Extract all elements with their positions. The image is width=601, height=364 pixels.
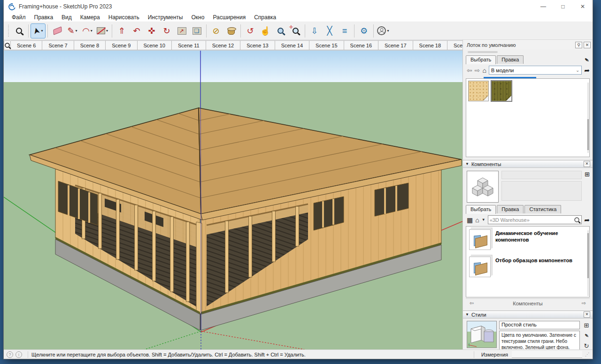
menu-item[interactable]: Вид bbox=[57, 14, 76, 21]
zoom-window-button[interactable] bbox=[12, 24, 26, 38]
materials-list[interactable] bbox=[466, 78, 590, 157]
component-item[interactable]: Динамическое обучение компонентов bbox=[469, 229, 586, 250]
components-header[interactable]: ▼ Компоненты ✕ bbox=[463, 160, 593, 168]
scale-button[interactable]: ↗ bbox=[175, 24, 189, 38]
eyedropper-icon[interactable]: ✒ bbox=[582, 55, 591, 65]
measurements-input[interactable] bbox=[512, 351, 582, 358]
scene-tab[interactable]: Scene 10 bbox=[138, 40, 172, 50]
footer-back-icon[interactable]: ⇦ bbox=[470, 300, 474, 306]
scrollbar-thumb[interactable] bbox=[587, 119, 589, 150]
components-secondary-pane-icon[interactable]: ➦ bbox=[584, 216, 590, 224]
components-tab-statistics[interactable]: Статистика bbox=[524, 205, 561, 213]
eraser-button[interactable] bbox=[50, 24, 64, 38]
scene-tab[interactable]: Scene 9 bbox=[106, 40, 137, 50]
scene-search-button[interactable] bbox=[4, 40, 11, 50]
scene-tab[interactable]: Scene 7 bbox=[42, 40, 74, 50]
tray-close-button[interactable]: ✕ bbox=[584, 42, 591, 48]
components-search-input[interactable] bbox=[490, 217, 574, 223]
zoom-extents-button[interactable] bbox=[288, 24, 302, 38]
shapes-button[interactable]: ▾ bbox=[95, 24, 109, 38]
menu-item[interactable]: Расширения bbox=[208, 14, 250, 21]
materials-scrollbar[interactable] bbox=[587, 83, 589, 153]
style-thumbnail[interactable] bbox=[467, 321, 497, 348]
menu-item[interactable]: Нарисовать bbox=[104, 14, 144, 21]
material-wood-light[interactable] bbox=[468, 81, 489, 101]
arc-button[interactable]: ◠▾ bbox=[80, 24, 94, 38]
scene-tab[interactable]: Scene 14 bbox=[275, 40, 309, 50]
paint-bucket-button[interactable] bbox=[224, 24, 238, 38]
tray-pin-button[interactable]: ⚲ bbox=[575, 42, 582, 48]
toolbar-grip[interactable] bbox=[8, 25, 9, 37]
material-wood-dark[interactable] bbox=[491, 81, 512, 101]
scene-tab[interactable]: Scene 17 bbox=[378, 40, 413, 50]
collapse-icon[interactable]: ▼ bbox=[465, 312, 469, 317]
menu-item[interactable]: Окно bbox=[187, 14, 208, 21]
components-home-icon[interactable]: ⌂ bbox=[475, 216, 479, 224]
scene-tab[interactable]: Scene 12 bbox=[206, 40, 240, 50]
materials-home-icon[interactable]: ⌂ bbox=[482, 67, 486, 74]
menu-item[interactable]: Файл bbox=[8, 14, 30, 21]
styles-close-button[interactable]: ✕ bbox=[584, 311, 590, 318]
components-scrollbar[interactable] bbox=[587, 230, 589, 296]
rotate-button[interactable]: ↻ bbox=[160, 24, 174, 38]
offset-button[interactable]: ❏ bbox=[190, 24, 204, 38]
materials-forward-icon[interactable]: ⇨ bbox=[475, 67, 480, 74]
move-button[interactable]: ✜ bbox=[145, 24, 159, 38]
components-tab-select[interactable]: Выбрать bbox=[466, 205, 496, 214]
scene-tab[interactable]: Scene 18 bbox=[413, 40, 447, 50]
styles-sync-icon[interactable]: ↻ bbox=[584, 342, 589, 349]
menu-item[interactable]: Справка bbox=[250, 14, 280, 21]
select-button[interactable]: ➤▾ bbox=[31, 24, 45, 38]
extension-warehouse-button[interactable]: ╳ bbox=[323, 24, 337, 38]
components-in-model-icon[interactable]: ⊞ bbox=[585, 171, 590, 178]
styles-in-model-icon[interactable]: ⊞ bbox=[584, 322, 589, 329]
viewport-canvas[interactable] bbox=[4, 51, 462, 349]
menu-item[interactable]: Инструменты bbox=[144, 14, 187, 21]
components-view-icon[interactable]: ▦ bbox=[467, 216, 473, 224]
styles-header[interactable]: ▼ Стили ✕ bbox=[463, 311, 593, 318]
scene-tab[interactable]: Scene 15 bbox=[309, 40, 344, 50]
materials-tab-select[interactable]: Выбрать bbox=[466, 55, 496, 64]
scene-tab[interactable]: Scene 8 bbox=[74, 40, 106, 50]
help-icon[interactable]: ? bbox=[7, 351, 13, 358]
menu-item[interactable]: Правка bbox=[30, 14, 58, 21]
scene-tab[interactable]: Scene 6 bbox=[11, 40, 42, 50]
collapse-icon[interactable]: ▼ bbox=[465, 162, 469, 166]
follow-me-button[interactable]: ↶ bbox=[130, 24, 144, 38]
footer-forward-icon[interactable]: ⇨ bbox=[582, 300, 586, 306]
materials-secondary-pane-icon[interactable]: ➦ bbox=[584, 67, 590, 74]
close-button[interactable]: ✕ bbox=[573, 0, 593, 13]
push-pull-button[interactable]: ⇑ bbox=[115, 24, 129, 38]
style-name-field[interactable]: Простой стиль bbox=[499, 321, 580, 329]
viewport[interactable] bbox=[4, 51, 462, 349]
zoom-button[interactable] bbox=[273, 24, 287, 38]
components-list[interactable]: Динамическое обучение компонентовОтбор о… bbox=[466, 226, 590, 297]
minimize-button[interactable]: — bbox=[533, 0, 553, 13]
styles-sample-icon[interactable]: ✒ bbox=[582, 331, 591, 340]
account-button[interactable]: ▾ bbox=[376, 24, 390, 38]
materials-back-icon[interactable]: ⇦ bbox=[467, 67, 472, 74]
orbit-button[interactable]: ↺ bbox=[243, 24, 257, 38]
scene-tab[interactable]: Scene 16 bbox=[344, 40, 378, 50]
extension-manager-button[interactable]: ⚙ bbox=[357, 24, 371, 38]
pan-button[interactable]: ☝ bbox=[258, 24, 272, 38]
scrollbar-thumb[interactable] bbox=[587, 233, 589, 278]
materials-tab-edit[interactable]: Правка bbox=[497, 55, 524, 64]
resize-grip-icon[interactable]: ⋰ bbox=[585, 352, 590, 357]
geolocation-icon[interactable]: ↕ bbox=[15, 351, 22, 358]
menu-item[interactable]: Камера bbox=[76, 14, 104, 21]
scene-tab[interactable]: Scene 13 bbox=[240, 40, 275, 50]
component-item[interactable]: Отбор образцов компонентов bbox=[469, 257, 586, 277]
materials-grip[interactable] bbox=[468, 51, 498, 53]
materials-collection-select[interactable]: В модели ⌄ bbox=[489, 66, 582, 75]
share-model-button[interactable]: ≡ bbox=[338, 24, 352, 38]
tape-measure-button[interactable]: ⊘ bbox=[209, 24, 223, 38]
scene-tab[interactable]: Scene 11 bbox=[172, 40, 206, 50]
get-models-button[interactable]: ⇩ bbox=[308, 24, 322, 38]
components-close-button[interactable]: ✕ bbox=[584, 161, 590, 167]
components-home-caret-icon[interactable]: ▼ bbox=[482, 218, 485, 222]
maximize-button[interactable]: □ bbox=[553, 0, 573, 13]
components-tab-edit[interactable]: Правка bbox=[497, 205, 524, 213]
search-icon[interactable] bbox=[575, 217, 579, 222]
pencil-button[interactable]: ✎▾ bbox=[65, 24, 79, 38]
